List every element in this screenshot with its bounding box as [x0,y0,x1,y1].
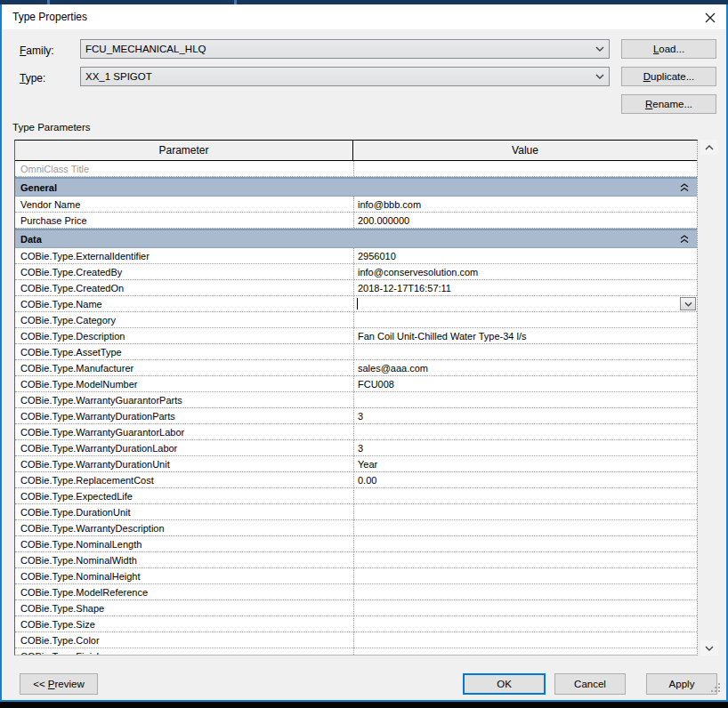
rename-button[interactable]: Rename... [621,94,716,114]
parameter-value[interactable]: 200.000000 [353,213,697,228]
parameter-value-text: 2018-12-17T16:57:11 [358,283,451,294]
parameter-value[interactable]: info@conservesolution.com [353,264,697,279]
preview-button[interactable]: << Preview [20,673,98,695]
parameter-value[interactable]: sales@aaa.com [353,360,697,375]
parameter-value-text: 3 [358,411,363,422]
table-row: COBie.Type.ModelNumberFCU008 [15,376,697,392]
scrollbar-down-icon[interactable] [700,640,718,656]
table-row: COBie.Type.Manufacturersales@aaa.com [15,360,697,376]
table-row: COBie.Type.WarrantyDurationLabor3 [15,440,697,456]
apply-button[interactable]: Apply [646,673,717,695]
table-row: COBie.Type.Name [15,296,697,312]
table-row: COBie.Type.Size [15,616,697,632]
cancel-button[interactable]: Cancel [554,673,626,695]
parameter-value[interactable] [353,161,697,176]
parameter-value-text: info@conservesolution.com [358,267,478,278]
parameter-value[interactable] [353,520,697,535]
parameter-value-text: 200.000000 [358,215,409,226]
table-row: COBie.Type.AssetType [15,344,697,360]
type-parameters-rows: OmniClass TitleGeneralVendor Nameinfo@bb… [15,161,697,656]
chevron-down-icon[interactable] [591,74,609,79]
section-header-general[interactable]: General [15,177,697,197]
parameter-value[interactable]: 2956010 [353,248,697,263]
parameter-value[interactable] [353,568,697,583]
type-combobox-value: XX_1 SPIGOT [81,71,591,82]
parameter-name: COBie.Type.NominalLength [15,536,353,551]
table-row: COBie.Type.Finish [15,648,697,656]
parameter-value[interactable] [353,312,697,327]
parameter-name: COBie.Type.WarrantyDescription [15,520,353,535]
value-dropdown-icon[interactable] [680,297,696,310]
table-row: COBie.Type.WarrantyGuarantorParts [15,392,697,408]
scrollbar-up-icon[interactable] [700,140,718,155]
parameter-column-header[interactable]: Parameter [15,141,353,160]
parameter-value-text: 3 [358,443,363,454]
parameter-value[interactable] [353,504,697,519]
parameter-value-text: FCU008 [358,379,394,390]
collapse-section-icon[interactable] [680,235,689,243]
parameter-value-text: Year [358,459,377,470]
parameter-name: COBie.Type.WarrantyGuarantorParts [15,392,353,407]
value-column-header[interactable]: Value [353,141,697,160]
parameter-value[interactable] [353,424,697,439]
dialog-titlebar[interactable]: Type Properties [2,4,726,29]
dialog-title: Type Properties [12,4,87,29]
parameter-name: COBie.Type.WarrantyDurationLabor [15,440,353,455]
parameter-value[interactable] [353,296,697,311]
parameter-name: Vendor Name [15,197,353,212]
parameter-name: COBie.Type.WarrantyGuarantorLabor [15,424,353,439]
table-row: COBie.Type.ExpectedLife [15,488,697,504]
parameter-name: COBie.Type.Shape [15,600,353,615]
parameter-name: COBie.Type.WarrantyDurationParts [15,408,353,423]
parameter-name: COBie.Type.Description [15,328,353,343]
parameter-value[interactable] [353,536,697,551]
parameter-name: COBie.Type.WarrantyDurationUnit [15,456,353,471]
parameter-name: COBie.Type.Finish [15,648,353,656]
chevron-down-icon[interactable] [591,46,609,52]
parameter-name: COBie.Type.Category [15,312,353,327]
table-row: COBie.Type.NominalWidth [15,552,697,568]
table-row: OmniClass Title [15,161,697,177]
parameter-value[interactable]: 0.00 [353,472,697,487]
type-parameters-table: Parameter Value OmniClass TitleGeneralVe… [14,140,698,656]
parameter-name: COBie.Type.Size [15,616,353,632]
parameter-value[interactable] [353,600,697,615]
table-header-row: Parameter Value [15,141,697,161]
parameter-value[interactable] [353,344,697,359]
parameter-value[interactable] [353,632,697,648]
parameter-name: COBie.Type.CreatedOn [15,280,353,295]
collapse-section-icon[interactable] [680,183,689,191]
close-icon[interactable] [703,11,717,25]
parameter-value[interactable] [353,488,697,503]
parameter-value[interactable] [353,392,697,407]
parameter-value[interactable]: info@bbb.com [353,197,697,212]
parameter-value[interactable] [353,584,697,599]
table-vertical-scrollbar[interactable] [700,140,718,656]
parameter-value-text: Fan Coil Unit-Chilled Water Type-34 l/s [358,331,527,342]
table-row: COBie.Type.DurationUnit [15,504,697,520]
parameter-value[interactable] [353,616,697,632]
parameter-value[interactable]: 3 [353,408,697,423]
parameter-value[interactable] [353,552,697,567]
section-header-data[interactable]: Data [15,229,697,248]
parameter-value[interactable]: FCU008 [353,376,697,391]
parameter-value[interactable] [353,648,697,656]
parameter-name: COBie.Type.Manufacturer [15,360,353,375]
table-row: COBie.Type.CreatedOn2018-12-17T16:57:11 [15,280,697,296]
parameter-value[interactable]: Fan Coil Unit-Chilled Water Type-34 l/s [353,328,697,343]
ok-button[interactable]: OK [463,673,546,695]
resize-grip-icon[interactable] [711,683,720,692]
type-properties-dialog: Type Properties Family: FCU_MECHANICAL_H… [0,0,728,702]
background-app-divider [47,0,50,4]
table-row: COBie.Type.NominalHeight [15,568,697,584]
parameter-value[interactable]: 3 [353,440,697,455]
type-label: Type: [20,72,45,84]
family-combobox[interactable]: FCU_MECHANICAL_HLQ [80,39,610,59]
parameter-value[interactable]: Year [353,456,697,471]
load-button[interactable]: Load... [621,39,716,59]
duplicate-button[interactable]: Duplicate... [621,67,716,86]
parameter-value[interactable]: 2018-12-17T16:57:11 [353,280,697,295]
parameter-name: COBie.Type.Color [15,632,353,648]
table-row: COBie.Type.ReplacementCost0.00 [15,472,697,488]
type-combobox[interactable]: XX_1 SPIGOT [80,67,610,86]
